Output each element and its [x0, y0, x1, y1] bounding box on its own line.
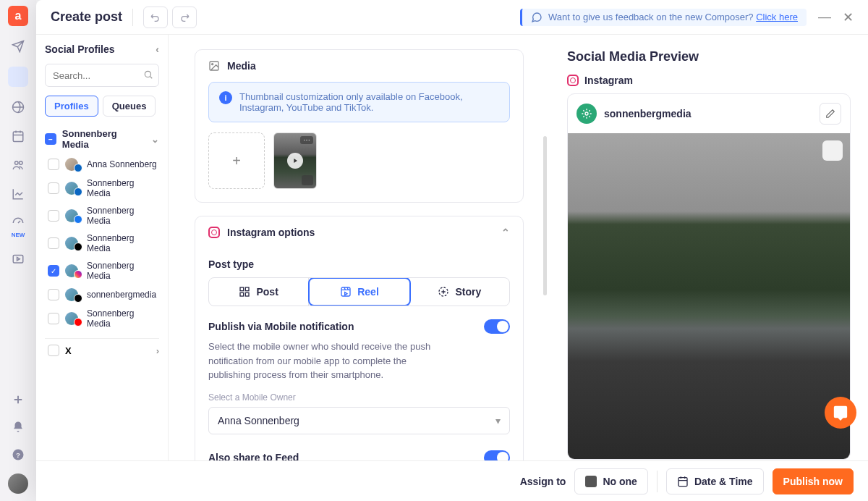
profile-row[interactable]: ✓ Sonnenberg Media — [45, 257, 159, 285]
assign-to-label: Assign to — [520, 476, 566, 487]
preview-avatar — [576, 104, 597, 124]
svg-rect-3 — [13, 132, 23, 142]
new-badge: NEW — [9, 232, 27, 238]
add-media-button[interactable]: + — [208, 132, 265, 189]
svg-point-11 — [212, 64, 213, 65]
globe-icon[interactable] — [9, 98, 27, 116]
send-icon[interactable] — [9, 38, 27, 55]
chevron-up-icon: ⌃ — [501, 227, 510, 238]
svg-rect-14 — [240, 292, 244, 296]
video-badge-icon — [302, 175, 313, 185]
post-type-story[interactable]: Story — [410, 278, 509, 306]
info-icon: i — [219, 91, 232, 104]
svg-rect-19 — [678, 477, 687, 486]
mobile-owner-select[interactable]: Anna Sonnenberg ▾ — [208, 407, 510, 434]
info-banner: i Thumbnail customization only available… — [208, 82, 510, 122]
profile-row[interactable]: Sonnenberg Media — [45, 174, 159, 202]
page-title: Create post — [51, 9, 122, 25]
calendar-icon[interactable] — [9, 127, 27, 145]
profile-checkbox[interactable] — [48, 182, 59, 194]
svg-rect-6 — [13, 256, 23, 264]
share-feed-label: Also share to Feed — [208, 452, 299, 461]
x-platform-row[interactable]: X › — [45, 338, 159, 362]
user-avatar[interactable] — [8, 473, 28, 494]
feedback-link[interactable]: Click here — [756, 12, 798, 22]
post-type-post[interactable]: Post — [209, 278, 309, 306]
publish-mobile-toggle[interactable] — [484, 319, 510, 334]
preview-account-name: sonnenbergmedia — [604, 108, 692, 119]
media-panel: Media i Thumbnail customization only ava… — [195, 49, 524, 203]
profile-checkbox[interactable] — [48, 159, 59, 170]
share-feed-toggle[interactable] — [484, 450, 510, 461]
profile-checkbox[interactable] — [48, 313, 59, 324]
intercom-launcher[interactable] — [825, 397, 856, 429]
user-icon — [585, 476, 597, 487]
x-checkbox[interactable] — [48, 345, 59, 356]
grid-icon — [239, 286, 250, 298]
profile-group-header[interactable]: − Sonnenberg Media ⌄ — [45, 124, 159, 154]
assign-to-button[interactable]: No one — [574, 468, 647, 494]
play-icon — [287, 153, 303, 169]
modal-header: Create post Want to give us feedback on … — [36, 0, 868, 35]
instagram-options-panel: Instagram options ⌃ Post type Post Reel — [195, 216, 524, 460]
media-thumbnail[interactable]: ⋯ — [273, 132, 317, 189]
instagram-panel-header[interactable]: Instagram options ⌃ — [195, 216, 523, 248]
edit-preview-button[interactable] — [820, 103, 841, 125]
bell-icon[interactable] — [9, 418, 27, 436]
gauge-icon[interactable] — [9, 214, 27, 232]
scrollbar[interactable] — [543, 136, 547, 295]
publish-button[interactable]: Publish now — [773, 468, 854, 494]
reel-badge-icon — [822, 140, 843, 161]
help-icon[interactable]: ? — [9, 446, 27, 463]
svg-point-18 — [585, 112, 588, 115]
svg-point-5 — [20, 161, 23, 165]
instagram-icon — [208, 227, 220, 238]
search-icon — [143, 70, 153, 80]
app-logo[interactable]: a — [8, 6, 28, 26]
chevron-right-icon: › — [156, 345, 159, 356]
svg-text:?: ? — [16, 451, 20, 459]
chevron-down-icon: ⌄ — [151, 134, 159, 145]
composer-modal: Create post Want to give us feedback on … — [36, 0, 868, 501]
profile-row[interactable]: sonnenbergmedia — [45, 285, 159, 305]
plus-icon[interactable] — [9, 391, 27, 408]
svg-point-9 — [145, 71, 150, 77]
image-icon[interactable] — [8, 67, 28, 87]
collapse-sidebar-button[interactable]: ‹ — [156, 43, 159, 55]
profile-checkbox[interactable] — [48, 289, 59, 300]
sidebar-title: Social Profiles — [45, 43, 114, 55]
users-icon[interactable] — [9, 156, 27, 174]
story-icon — [438, 286, 449, 298]
profile-checkbox[interactable] — [48, 210, 59, 222]
preview-media — [568, 133, 850, 459]
undo-button[interactable] — [143, 7, 168, 28]
analytics-icon[interactable] — [9, 185, 27, 203]
redo-button[interactable] — [172, 7, 197, 28]
post-type-reel[interactable]: Reel — [308, 277, 410, 306]
group-checkbox-indeterminate[interactable]: − — [45, 133, 56, 145]
composer-main: Media i Thumbnail customization only ava… — [169, 35, 550, 460]
profile-checkbox[interactable] — [48, 237, 59, 249]
minimize-button[interactable]: — — [818, 9, 831, 25]
tab-profiles[interactable]: Profiles — [45, 96, 98, 117]
profile-row[interactable]: Sonnenberg Media — [45, 202, 159, 230]
composer-footer: Assign to No one Date & Time Publish now — [36, 460, 868, 501]
tab-queues[interactable]: Queues — [103, 96, 156, 117]
app-rail: a NEW ? — [0, 0, 36, 501]
profile-checkbox[interactable]: ✓ — [48, 265, 59, 277]
profiles-sidebar: Social Profiles ‹ Profiles Queues − Sonn… — [36, 35, 169, 460]
profile-row[interactable]: Sonnenberg Media — [45, 305, 159, 332]
chat-icon — [531, 12, 542, 23]
profile-row[interactable]: Sonnenberg Media — [45, 230, 159, 257]
feedback-banner: Want to give us feedback on the new Comp… — [520, 9, 807, 26]
video-library-icon[interactable] — [9, 250, 27, 267]
post-type-segmented: Post Reel Story — [208, 277, 510, 306]
preview-pane: Social Media Preview Instagram sonnenber… — [550, 35, 868, 460]
close-button[interactable]: ✕ — [843, 9, 854, 25]
datetime-button[interactable]: Date & Time — [666, 468, 764, 494]
media-menu-button[interactable]: ⋯ — [300, 136, 313, 144]
search-input[interactable] — [45, 64, 159, 87]
profile-row[interactable]: Anna Sonnenberg — [45, 154, 159, 174]
svg-rect-15 — [246, 292, 250, 296]
media-icon — [208, 60, 220, 72]
